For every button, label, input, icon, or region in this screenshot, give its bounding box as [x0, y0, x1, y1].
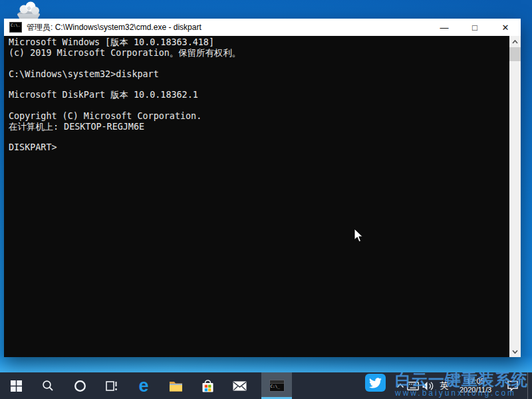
mail-button[interactable] [223, 372, 255, 399]
show-desktop-button[interactable] [527, 372, 532, 399]
chevron-up-icon [512, 40, 518, 44]
cmd-icon: C:\_ [269, 380, 285, 392]
scrollbar[interactable] [509, 36, 521, 357]
windows-logo-icon [11, 380, 22, 392]
tray-date: 2020/11/3 [460, 386, 491, 394]
window-controls: — □ ✕ [429, 19, 521, 36]
window-title: 管理员: C:\Windows\system32\cmd.exe - diskp… [27, 22, 429, 33]
cmd-icon: C:\. [9, 22, 22, 33]
cortana-button[interactable] [64, 372, 96, 399]
twitter-bird-icon [369, 378, 382, 388]
search-button[interactable] [32, 372, 64, 399]
scroll-down-button[interactable] [509, 346, 521, 357]
wallpaper-glow [0, 355, 532, 372]
close-button[interactable]: ✕ [490, 19, 521, 36]
hidden-icons-button[interactable] [394, 372, 406, 399]
chevron-up-icon [396, 383, 404, 388]
notification-icon [507, 380, 519, 392]
mail-icon [233, 381, 247, 391]
start-button[interactable] [0, 372, 32, 399]
system-tray: 英 17:05 2020/11/3 [394, 372, 532, 399]
ime-indicator[interactable]: 英 [436, 372, 453, 399]
keyboard-icon [407, 382, 419, 390]
file-explorer-button[interactable] [160, 372, 192, 399]
folder-icon [169, 380, 183, 392]
scroll-up-button[interactable] [509, 36, 521, 47]
touch-keyboard-button[interactable] [406, 372, 420, 399]
volume-button[interactable] [420, 372, 436, 399]
recycle-bin-icon[interactable] [13, 0, 44, 20]
maximize-button[interactable]: □ [460, 19, 490, 36]
store-icon [201, 379, 214, 393]
chevron-down-icon [512, 350, 518, 354]
mouse-cursor [354, 228, 364, 243]
action-center-button[interactable] [498, 372, 527, 399]
twitter-taskbar-button[interactable] [365, 374, 386, 392]
edge-button[interactable]: e [128, 372, 160, 399]
speaker-icon [422, 381, 434, 391]
ime-label: 英 [440, 380, 449, 392]
title-bar[interactable]: C:\. 管理员: C:\Windows\system32\cmd.exe - … [4, 19, 521, 36]
microsoft-store-button[interactable] [192, 372, 223, 399]
taskbar: e [0, 372, 532, 399]
scrollbar-thumb[interactable] [509, 47, 521, 61]
search-icon [42, 380, 54, 392]
cmd-taskbar-button[interactable]: C:\_ [261, 372, 292, 399]
clock[interactable]: 17:05 2020/11/3 [453, 372, 498, 399]
tray-time: 17:05 [460, 377, 491, 386]
edge-icon: e [138, 377, 148, 395]
cortana-icon [74, 380, 86, 392]
desktop: C:\. 管理员: C:\Windows\system32\cmd.exe - … [0, 0, 532, 399]
console-text: Microsoft Windows [版本 10.0.18363.418] (c… [4, 36, 521, 153]
console-area[interactable]: Microsoft Windows [版本 10.0.18363.418] (c… [4, 36, 521, 357]
cmd-window: C:\. 管理员: C:\Windows\system32\cmd.exe - … [4, 19, 521, 357]
task-view-icon [106, 380, 118, 392]
task-view-button[interactable] [96, 372, 128, 399]
